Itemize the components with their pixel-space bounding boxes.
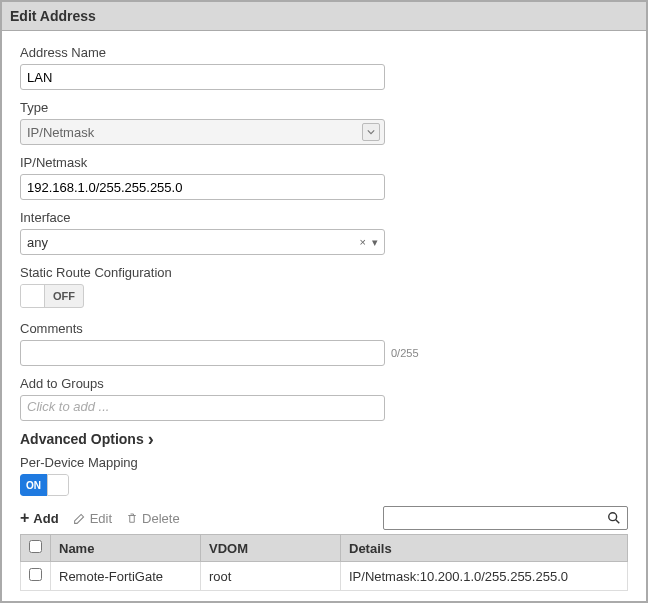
chevron-down-icon[interactable] — [362, 123, 380, 141]
header-details: Details — [341, 535, 628, 562]
per-device-label: Per-Device Mapping — [20, 455, 628, 470]
row-details: IP/Netmask:10.200.1.0/255.255.255.0 — [341, 562, 628, 591]
ip-netmask-label: IP/Netmask — [20, 155, 628, 170]
table-row[interactable]: Remote-FortiGate root IP/Netmask:10.200.… — [21, 562, 628, 591]
field-address-name: Address Name — [20, 45, 628, 90]
select-all-checkbox[interactable] — [29, 540, 42, 553]
row-vdom: root — [201, 562, 341, 591]
field-static-route: Static Route Configuration OFF — [20, 265, 628, 311]
header-checkbox-cell — [21, 535, 51, 562]
field-add-to-groups: Add to Groups Click to add ... — [20, 376, 628, 421]
field-ip-netmask: IP/Netmask — [20, 155, 628, 200]
search-icon — [607, 511, 621, 525]
svg-point-0 — [609, 513, 617, 521]
interface-value: any — [27, 235, 48, 250]
interface-select[interactable]: any × ▾ — [20, 229, 385, 255]
dialog-title: Edit Address — [2, 2, 646, 31]
row-checkbox[interactable] — [29, 568, 42, 581]
comments-input[interactable] — [20, 340, 385, 366]
comments-counter: 0/255 — [391, 347, 419, 359]
ip-netmask-input[interactable] — [20, 174, 385, 200]
comments-label: Comments — [20, 321, 628, 336]
header-name: Name — [51, 535, 201, 562]
address-name-input[interactable] — [20, 64, 385, 90]
type-label: Type — [20, 100, 628, 115]
header-vdom: VDOM — [201, 535, 341, 562]
trash-icon — [126, 512, 138, 525]
static-route-label: Static Route Configuration — [20, 265, 628, 280]
mapping-table: Name VDOM Details Remote-FortiGate root … — [20, 534, 628, 591]
field-interface: Interface any × ▾ — [20, 210, 628, 255]
type-select[interactable]: IP/Netmask — [20, 119, 385, 145]
groups-label: Add to Groups — [20, 376, 628, 391]
field-per-device-mapping: Per-Device Mapping ON — [20, 455, 628, 496]
mapping-toolbar: + Add Edit Delete — [20, 506, 628, 530]
dialog-body: Address Name Type IP/Netmask IP/Netmask … — [2, 31, 646, 601]
edit-address-dialog: Edit Address Address Name Type IP/Netmas… — [0, 0, 648, 603]
delete-label: Delete — [142, 511, 180, 526]
static-route-toggle[interactable]: OFF — [20, 284, 84, 308]
chevron-right-icon: › — [148, 432, 154, 446]
advanced-options-toggle[interactable]: Advanced Options › — [20, 431, 628, 447]
field-comments: Comments 0/255 — [20, 321, 628, 366]
add-label: Add — [33, 511, 58, 526]
delete-button[interactable]: Delete — [126, 511, 180, 526]
svg-line-1 — [616, 520, 620, 524]
plus-icon: + — [20, 509, 29, 527]
field-type: Type IP/Netmask — [20, 100, 628, 145]
toggle-knob — [21, 284, 45, 308]
search-input[interactable] — [383, 506, 628, 530]
chevron-down-icon[interactable]: ▾ — [372, 236, 378, 249]
add-button[interactable]: + Add — [20, 509, 59, 527]
toggle-knob — [47, 474, 69, 496]
advanced-options-label: Advanced Options — [20, 431, 144, 447]
toggle-on-label: ON — [20, 474, 47, 496]
edit-label: Edit — [90, 511, 112, 526]
toggle-off-label: OFF — [45, 290, 83, 302]
groups-input[interactable]: Click to add ... — [20, 395, 385, 421]
type-value: IP/Netmask — [27, 125, 94, 140]
clear-icon[interactable]: × — [360, 236, 366, 248]
interface-label: Interface — [20, 210, 628, 225]
row-name: Remote-FortiGate — [51, 562, 201, 591]
edit-button[interactable]: Edit — [73, 511, 112, 526]
per-device-toggle[interactable]: ON — [20, 474, 69, 496]
row-checkbox-cell — [21, 562, 51, 591]
address-name-label: Address Name — [20, 45, 628, 60]
edit-icon — [73, 512, 86, 525]
